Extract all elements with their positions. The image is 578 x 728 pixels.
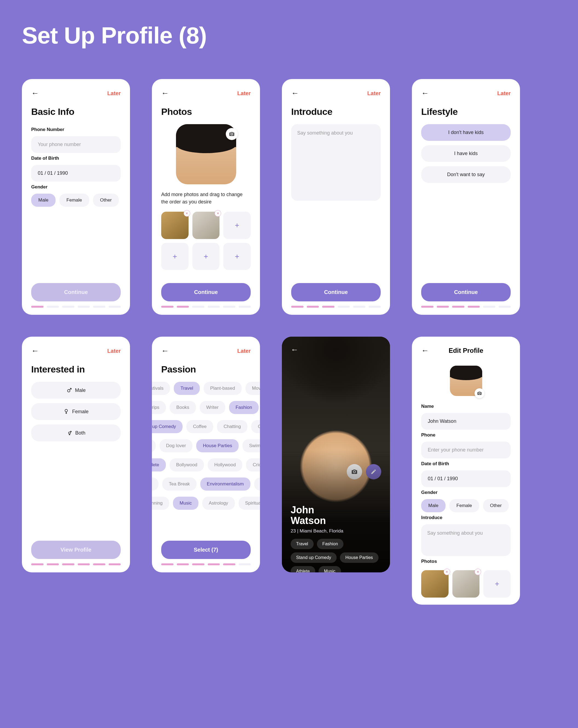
add-photo-slot[interactable]: +: [223, 212, 251, 239]
photo-thumb[interactable]: ×: [452, 570, 480, 598]
passion-chip[interactable]: Stand up Comedy: [152, 420, 182, 433]
photo-thumb[interactable]: ×: [421, 570, 449, 598]
passion-chip[interactable]: Fashion: [229, 401, 259, 414]
lifestyle-option[interactable]: I don't have kids: [421, 124, 511, 141]
passion-chip[interactable]: Bollywood: [170, 458, 204, 471]
passion-chip[interactable]: Trivia: [152, 477, 158, 491]
gender-other[interactable]: Other: [93, 193, 119, 207]
passion-chip[interactable]: Plant-based: [204, 382, 242, 395]
passion-chip[interactable]: Swimming: [243, 439, 260, 452]
photo-thumb[interactable]: ×: [193, 212, 220, 239]
passion-chip[interactable]: Running: [152, 497, 169, 510]
back-icon[interactable]: ←: [161, 89, 169, 98]
passion-chip[interactable]: Cycling: [251, 420, 260, 433]
back-icon[interactable]: ←: [31, 346, 39, 355]
gender-male[interactable]: Male: [31, 193, 55, 207]
passion-chip[interactable]: Astrology: [202, 497, 235, 510]
continue-button[interactable]: Continue: [31, 283, 121, 302]
introduce-textarea[interactable]: Say something about you: [421, 524, 511, 556]
photo-thumb[interactable]: ×: [161, 212, 189, 239]
remove-photo-icon[interactable]: ×: [475, 569, 481, 575]
later-button[interactable]: Later: [107, 348, 121, 354]
svg-point-1: [65, 409, 68, 412]
back-icon[interactable]: ←: [31, 89, 39, 98]
back-icon[interactable]: ←: [291, 345, 298, 354]
dob-input[interactable]: 01 / 01 / 1990: [421, 470, 511, 487]
intro-label: Introduce: [421, 515, 511, 520]
back-icon[interactable]: ←: [421, 89, 429, 98]
passion-chip[interactable]: Coffee: [186, 420, 213, 433]
passion-chip[interactable]: Cricket: [246, 458, 260, 471]
phone-input[interactable]: Your phone number: [31, 136, 121, 153]
add-photo-slot[interactable]: +: [193, 243, 220, 270]
passion-chip[interactable]: Athlete: [152, 458, 166, 471]
female-icon: [63, 409, 69, 415]
gender-female[interactable]: Female: [59, 193, 89, 207]
screen-passion: ← Later Passion FestivalsTravelPlant-bas…: [152, 337, 260, 572]
page-title: Set Up Profile (8): [22, 22, 556, 49]
main-photo[interactable]: [176, 124, 236, 184]
add-photo-slot[interactable]: +: [483, 570, 511, 598]
profile-tag: Fashion: [317, 539, 344, 549]
passion-chip[interactable]: Movies: [246, 382, 260, 395]
passion-chip[interactable]: Music: [173, 497, 198, 510]
remove-photo-icon[interactable]: ×: [444, 569, 450, 575]
add-photo-slot[interactable]: +: [223, 243, 251, 270]
camera-icon[interactable]: [475, 388, 484, 398]
later-button[interactable]: Later: [237, 348, 251, 354]
remove-photo-icon[interactable]: ×: [215, 210, 221, 216]
later-button[interactable]: Later: [497, 90, 511, 97]
passion-chip[interactable]: Road Trips: [152, 401, 166, 414]
camera-icon[interactable]: [226, 128, 238, 140]
dob-label: Date of Birth: [421, 461, 511, 467]
continue-button[interactable]: Continue: [421, 283, 511, 302]
photos-hint: Add more photos and drag to change the o…: [161, 191, 251, 206]
later-button[interactable]: Later: [107, 90, 121, 97]
gender-female[interactable]: Female: [449, 499, 479, 512]
later-button[interactable]: Later: [367, 90, 381, 97]
remove-photo-icon[interactable]: ×: [184, 210, 190, 216]
photo-grid: × × +: [421, 570, 511, 598]
passion-chip[interactable]: House Parties: [196, 439, 238, 452]
progress-bar: [31, 563, 121, 565]
avatar[interactable]: [450, 366, 482, 396]
select-button[interactable]: Select (7): [161, 541, 251, 559]
passion-chip[interactable]: Travel: [174, 382, 200, 395]
passion-chip[interactable]: Dog lover: [159, 439, 193, 452]
back-icon[interactable]: ←: [291, 89, 299, 98]
interested-both[interactable]: Both: [31, 424, 121, 441]
gender-label: Gender: [421, 490, 511, 495]
back-icon[interactable]: ←: [161, 346, 169, 355]
interested-male[interactable]: Male: [31, 382, 121, 399]
passion-chip[interactable]: Hollywood: [208, 458, 242, 471]
back-icon[interactable]: ←: [421, 346, 429, 355]
photo-grid: × × + + + +: [161, 212, 251, 270]
progress-bar: [291, 306, 381, 308]
svg-point-0: [68, 389, 70, 392]
gender-other[interactable]: Other: [483, 499, 509, 512]
continue-button[interactable]: Continue: [291, 283, 381, 302]
passion-chip[interactable]: Chatting: [217, 420, 247, 433]
name-input[interactable]: John Watson: [421, 413, 511, 430]
passion-chip[interactable]: DIY: [152, 439, 156, 452]
screen-photos: ← Later Photos Add more photos and drag …: [152, 79, 260, 315]
passion-chip[interactable]: Environmentalism: [200, 477, 250, 491]
continue-button[interactable]: Continue: [161, 283, 251, 302]
screen-lifestyle: ← Later Lifestyle I don't have kids I ha…: [412, 79, 520, 315]
add-photo-slot[interactable]: +: [161, 243, 189, 270]
lifestyle-option[interactable]: I have kids: [421, 145, 511, 162]
passion-chip[interactable]: Books: [170, 401, 196, 414]
passion-chip[interactable]: Tea Break: [162, 477, 197, 491]
view-profile-button[interactable]: View Profile: [31, 541, 121, 559]
gender-male[interactable]: Male: [421, 499, 446, 512]
passion-chip[interactable]: Festivals: [152, 382, 170, 395]
dob-input[interactable]: 01 / 01 / 1990: [31, 165, 121, 182]
later-button[interactable]: Later: [237, 90, 251, 97]
passion-chip[interactable]: Yoga: [254, 477, 260, 491]
introduce-textarea[interactable]: Say something about you: [291, 124, 381, 201]
lifestyle-option[interactable]: Don't want to say: [421, 166, 511, 183]
passion-chip[interactable]: Spirituality: [238, 497, 260, 510]
passion-chip[interactable]: Writer: [200, 401, 225, 414]
phone-input[interactable]: Enter your phone number: [421, 442, 511, 458]
interested-female[interactable]: Female: [31, 403, 121, 420]
